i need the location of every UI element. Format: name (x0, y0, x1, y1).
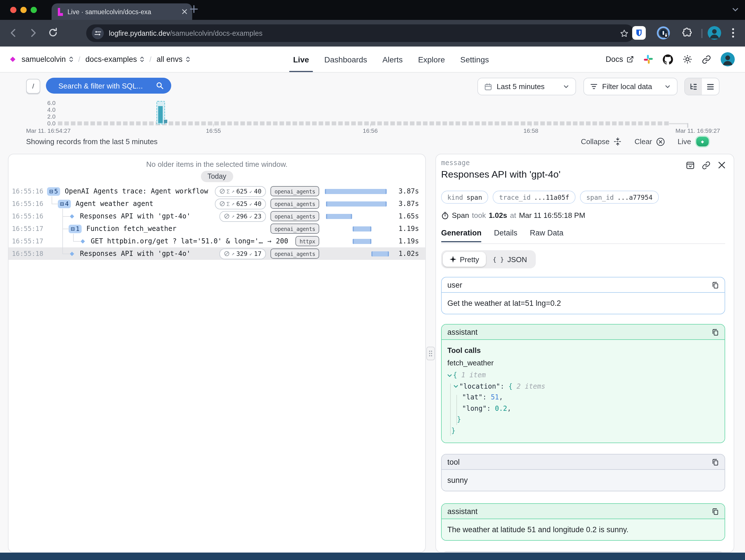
back-icon[interactable] (8, 27, 19, 39)
clear-button[interactable]: Clear (635, 137, 665, 146)
span-duration: 3.87s (394, 187, 419, 195)
bookmark-star-icon[interactable] (620, 29, 629, 38)
list-view-button[interactable] (702, 78, 719, 95)
trace-id-pill[interactable]: trace_id...11a05f (493, 191, 576, 204)
close-tab-icon[interactable] (182, 9, 187, 14)
site-settings-icon[interactable] (92, 27, 104, 39)
scope-tag[interactable]: openai_agents (270, 223, 319, 234)
histogram-bar[interactable] (158, 106, 162, 123)
json-collapse-chevron[interactable] (454, 384, 458, 389)
span-count-histogram[interactable]: 6.04.02.00.0Mar 11. 16:54:2716:5516:5616… (0, 100, 745, 133)
breadcrumb-project-switcher[interactable]: docs-examples (85, 55, 144, 64)
panel-resize-handle[interactable] (426, 347, 435, 360)
logfire-favicon (57, 8, 64, 15)
live-toggle[interactable]: Live ◆ (678, 135, 710, 148)
tab-generation[interactable]: Generation (441, 229, 482, 242)
close-window-button[interactable] (10, 6, 17, 13)
message-role: assistant (447, 507, 478, 516)
trace-row[interactable]: 16:55:17⊟1Function fetch_weatheropenai_a… (8, 222, 425, 235)
copy-icon[interactable] (712, 328, 719, 336)
nav-live[interactable]: Live (293, 46, 309, 72)
span-duration: 1.02s (394, 250, 419, 257)
trace-row[interactable]: 16:55:16◆Responses API with 'gpt-4o'↗296… (8, 210, 425, 222)
message-role: user (447, 281, 462, 289)
panel-actions (686, 161, 726, 169)
forward-icon[interactable] (27, 27, 38, 39)
close-panel-icon[interactable] (718, 161, 726, 169)
tab-details[interactable]: Details (494, 229, 518, 242)
breadcrumb-org-switcher[interactable]: samuelcolvin (22, 55, 73, 64)
share-link-icon[interactable] (702, 55, 711, 64)
trace-row[interactable]: 16:55:16⊟5OpenAI Agents trace: Agent wor… (8, 185, 425, 197)
live-toggle-switch[interactable]: ◆ (695, 135, 710, 148)
gantt-track (325, 213, 389, 220)
minimize-window-button[interactable] (21, 6, 27, 13)
breadcrumb-separator: / (150, 55, 151, 64)
docs-link[interactable]: Docs (606, 55, 634, 64)
browser-menu-icon[interactable] (728, 27, 738, 39)
scope-tag[interactable]: httpx (296, 236, 319, 246)
arrow-icon: → (267, 237, 271, 245)
new-tab-button[interactable] (189, 4, 198, 13)
nav-alerts[interactable]: Alerts (382, 46, 403, 72)
address-bar[interactable]: logfire.pydantic.dev/samuelcolvin/docs-e… (86, 24, 635, 42)
tree-view-button[interactable] (685, 78, 702, 95)
zoom-window-button[interactable] (31, 6, 37, 13)
scope-tag[interactable]: openai_agents (270, 211, 319, 221)
trace-row[interactable]: 16:55:18◆Responses API with 'gpt-4o'↗329… (8, 247, 425, 260)
scope-tag[interactable]: openai_agents (270, 249, 319, 259)
token-usage-badge[interactable]: ↗329↙17 (220, 248, 266, 259)
time-range-select[interactable]: Last 5 minutes (477, 78, 576, 95)
copy-icon[interactable] (712, 281, 719, 288)
token-usage-badge[interactable]: Σ↗625↙40 (215, 198, 266, 209)
nav-dashboards[interactable]: Dashboards (324, 46, 367, 72)
browser-tab[interactable]: Live · samuelcolvin/docs-exa (52, 3, 192, 20)
tree-connector (73, 234, 74, 241)
nav-settings[interactable]: Settings (460, 46, 489, 72)
chevron-down-icon (563, 84, 569, 90)
tab-raw-data[interactable]: Raw Data (530, 229, 563, 242)
token-usage-badge[interactable]: Σ↗625↙40 (215, 186, 266, 196)
json-collapse-chevron[interactable] (447, 373, 452, 378)
reload-icon[interactable] (47, 27, 58, 38)
collapse-count-badge[interactable]: ⊟4 (58, 199, 71, 208)
collapse-count-badge[interactable]: ⊟1 (69, 224, 82, 233)
collapse-count-badge[interactable]: ⊟5 (47, 187, 60, 195)
copy-icon[interactable] (712, 458, 719, 466)
collapse-button[interactable]: Collapse (581, 137, 622, 146)
copy-link-icon[interactable] (702, 161, 710, 169)
slack-icon[interactable] (644, 55, 653, 64)
breadcrumb-env-switcher[interactable]: all envs (157, 55, 190, 64)
json-toggle-button[interactable]: { } JSON (486, 252, 534, 267)
token-usage-badge[interactable]: ↗296↙23 (220, 211, 266, 222)
archive-panel-icon[interactable] (686, 161, 694, 169)
trace-row[interactable]: 16:55:17◆GET httpbin.org/get ? lat='51.0… (8, 235, 425, 247)
search-button[interactable]: Search & filter with SQL... (46, 78, 171, 94)
pretty-toggle-button[interactable]: Pretty (443, 252, 486, 267)
gantt-bar (325, 189, 387, 194)
slash-shortcut-key[interactable]: / (26, 79, 40, 94)
curly-braces-icon: { } (493, 256, 504, 263)
extensions-puzzle-icon[interactable] (681, 27, 693, 39)
browser-profile-avatar[interactable] (708, 26, 721, 40)
trace-row[interactable]: 16:55:16⊟4Agent weather agentΣ↗625↙40ope… (8, 197, 425, 210)
copy-icon[interactable] (712, 507, 719, 515)
gantt-bar (371, 251, 389, 256)
span-id-pill[interactable]: span_id...a77954 (580, 191, 659, 204)
privacy-extension-icon[interactable] (656, 26, 670, 40)
github-icon[interactable] (663, 54, 673, 64)
date-chip: Today (201, 171, 233, 182)
histogram-bar[interactable] (164, 120, 167, 123)
bitwarden-extension-icon[interactable] (632, 26, 646, 40)
scope-tag[interactable]: openai_agents (270, 198, 319, 209)
user-avatar[interactable] (721, 52, 735, 66)
trace-list-panel: No older items in the selected time wind… (8, 154, 426, 553)
theme-toggle-sun-icon[interactable] (683, 55, 692, 64)
local-filter-select[interactable]: Filter local data (583, 78, 678, 95)
scope-tag[interactable]: openai_agents (270, 186, 319, 196)
tree-connector (62, 216, 70, 217)
tab-search-chevron-icon[interactable] (732, 6, 739, 13)
nav-explore[interactable]: Explore (418, 46, 445, 72)
url-text: logfire.pydantic.dev/samuelcolvin/docs-e… (109, 29, 615, 37)
x-axis-label: 16:58 (523, 127, 538, 134)
